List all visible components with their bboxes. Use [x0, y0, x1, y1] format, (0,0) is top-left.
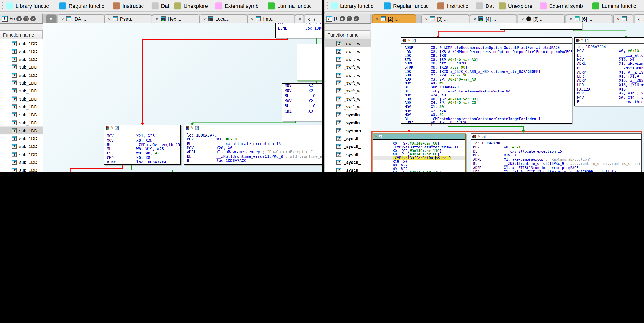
close-icon[interactable]: ✕ — [521, 17, 524, 21]
graph-node-icon[interactable]: ⤨ — [482, 135, 486, 138]
tab-stub[interactable]: ✕ — [46, 14, 57, 23]
maximize-button[interactable]: ▣ — [340, 16, 345, 21]
function-row[interactable]: _swift_w — [325, 95, 371, 103]
graph-node-big-adrp[interactable]: ✎⤨ADRPX8, #_kCMPhotoDecompressionOption_… — [401, 38, 572, 124]
function-row[interactable]: _swift_w — [325, 63, 371, 71]
function-row[interactable]: _sysctl_ — [325, 142, 371, 150]
graph-node-icon[interactable]: ⤨ — [378, 135, 382, 138]
function-row[interactable]: sub_1DD — [0, 103, 43, 111]
close-icon[interactable]: ✕ — [425, 17, 428, 21]
graph-node-green-box[interactable] — [297, 44, 322, 81]
chevron-right-icon[interactable]: › — [314, 16, 315, 22]
color-wheel-icon[interactable] — [576, 38, 580, 42]
close-icon[interactable]: ✕ — [298, 17, 302, 21]
chevron-left-icon[interactable]: ‹ — [638, 16, 640, 22]
function-row[interactable]: sub_1DD — [0, 119, 43, 127]
tab-6i[interactable]: ✕[6] I... — [566, 14, 612, 23]
function-row[interactable]: sub_1DD — [0, 95, 43, 103]
color-wheel-icon[interactable] — [186, 126, 190, 130]
function-row[interactable]: sub_1DD — [0, 79, 43, 87]
graph-node-loc-a7c[interactable]: ✎⤨loc_1DD8A7A7CMOVW0, #0x10BL___cxa_allo… — [184, 125, 322, 165]
function-row[interactable]: sub_1DD — [0, 150, 43, 158]
function-row[interactable]: _swift_w — [325, 103, 371, 111]
function-row[interactable]: sub_1DD — [0, 40, 43, 47]
function-row[interactable]: _swift_w — [325, 79, 371, 87]
edit-pencil-icon[interactable]: ✎ — [374, 135, 377, 138]
chevron-left-icon[interactable]: ‹ — [308, 16, 310, 22]
toolbar-grip[interactable] — [2, 2, 3, 3]
close-icon[interactable]: ✕ — [203, 17, 206, 21]
edit-pencil-icon[interactable]: ✎ — [408, 38, 410, 42]
toolbar-grip[interactable] — [326, 2, 328, 3]
maximize-button[interactable]: ▣ — [17, 16, 22, 21]
function-list[interactable]: _swift_w_swift_w_swift_w_swift_w_swift_w… — [324, 40, 371, 172]
window-divider[interactable] — [322, 0, 324, 172]
edit-pencil-icon[interactable]: ✎ — [581, 38, 584, 42]
tab-2i[interactable]: ✕[2] I... — [372, 14, 416, 23]
tab-scroll-nav[interactable]: ‹› — [634, 14, 644, 23]
tab-3[interactable]: ✕[3] ... — [422, 14, 469, 23]
disassembly-graph[interactable]: CMPX0, W19,UXTWB.NEloc_1DD8A7A7CMOVX2MOV… — [43, 24, 322, 172]
function-row[interactable]: _symlin — [325, 119, 371, 127]
function-row[interactable]: sub_1DD — [0, 142, 43, 150]
tab-imp[interactable]: ✕Imp... — [247, 14, 295, 23]
close-icon[interactable]: ✕ — [250, 17, 254, 21]
function-row[interactable]: _swift_w — [325, 71, 371, 79]
graph-node-ble-top[interactable]: B.LEloc_1DD8A7C54 — [500, 24, 582, 30]
function-row[interactable]: sub_1DD — [0, 47, 43, 55]
close-icon[interactable]: ✕ — [376, 17, 379, 21]
function-row[interactable]: sub_1DD — [0, 63, 43, 71]
tab-ida[interactable]: ✕IDA ... — [58, 14, 104, 23]
function-row[interactable]: sub_1DD — [0, 111, 43, 119]
function-row[interactable]: _sysctl_ — [325, 150, 371, 158]
graph-node-cmp-top[interactable]: CMPX0, W19,UXTWB.NEloc_1DD8A7A7C — [275, 24, 322, 38]
graph-node-cfdata[interactable]: ✎⤨MOVX21, X28MOVX0, X28BL_CFDataGetLengt… — [104, 125, 181, 165]
disassembly-graph[interactable]: B.LEloc_1DD8A7C54✎⤨ADRPX8, #_kCMPhotoDec… — [371, 24, 644, 172]
close-button[interactable]: ✕ — [354, 16, 359, 21]
function-row[interactable]: sub_1DD — [0, 87, 43, 95]
color-wheel-icon[interactable] — [472, 135, 476, 138]
edit-pencil-icon[interactable]: ✎ — [110, 126, 114, 130]
graph-node-loc-c54[interactable]: ✎⤨loc_1DD8A7C54MOVW0, #0x10BL___cxa_allo… — [574, 38, 644, 106]
function-row[interactable]: _swift_w — [325, 40, 371, 47]
edit-pencil-icon[interactable]: ✎ — [190, 126, 194, 130]
function-row[interactable]: sub_1DD — [0, 55, 43, 63]
function-row[interactable]: _swift_w — [325, 55, 371, 63]
close-icon[interactable]: ✕ — [61, 17, 64, 21]
tab-loca[interactable]: ✕Loca... — [200, 14, 247, 23]
graph-node-icon[interactable]: ⤨ — [195, 126, 199, 130]
close-icon[interactable]: ✕ — [49, 17, 53, 21]
function-row[interactable]: _syscon — [325, 127, 371, 134]
float-button[interactable]: ❐ — [24, 16, 29, 21]
graph-node-icon[interactable]: ⤨ — [115, 126, 118, 130]
function-row[interactable]: _sysctl — [325, 134, 371, 142]
tab-hex[interactable]: ✕Hex ... — [152, 14, 200, 23]
tab-scroll-nav[interactable]: ‹› — [305, 14, 322, 23]
tab-pseu[interactable]: ✕Pseu... — [104, 14, 152, 23]
function-row[interactable]: _swift_w — [325, 87, 371, 95]
function-row[interactable]: sub_1DD — [0, 166, 43, 172]
graph-node-loc-c90[interactable]: ✎⤨loc_1DD8A7C90MOVW0, #0x10BL___cxa_allo… — [471, 134, 642, 172]
close-button[interactable]: ✕ — [31, 16, 36, 21]
color-wheel-icon[interactable] — [106, 126, 109, 130]
function-row[interactable]: _sysctl_ — [325, 158, 371, 166]
close-icon[interactable]: ✕ — [155, 17, 159, 21]
close-icon[interactable]: ✕ — [616, 17, 620, 21]
close-icon[interactable]: ✕ — [108, 17, 111, 21]
function-row[interactable]: sub_1DD — [0, 158, 43, 166]
graph-node-icon[interactable]: ⤨ — [585, 38, 589, 42]
tab-partial[interactable]: ✕ — [613, 14, 633, 23]
function-row[interactable]: _sysctl_ — [325, 166, 371, 172]
float-button[interactable]: ❐ — [346, 16, 352, 21]
function-list[interactable]: sub_1DDsub_1DDsub_1DDsub_1DDsub_1DDsub_1… — [0, 40, 43, 172]
tab-5[interactable]: ✕[5] ... — [518, 14, 565, 23]
graph-node-six-rows[interactable]: MOVX2MOVX2BL__CMOVX2BL__CCBZX0 — [282, 84, 322, 122]
function-row[interactable]: sub_1DD — [0, 71, 43, 79]
graph-node-icon[interactable]: ⤨ — [412, 38, 416, 42]
color-wheel-icon[interactable] — [402, 38, 406, 42]
function-row[interactable]: sub_1DD — [0, 127, 43, 134]
close-icon[interactable]: ✕ — [569, 17, 573, 21]
graph-node-teal-cur[interactable]: ✎⤨X0, [SP,#0x140+var_C0]_CVPixelBufferGe… — [372, 134, 466, 172]
function-row[interactable]: sub_1DD — [0, 134, 43, 142]
function-row[interactable]: _swift_w — [325, 47, 371, 55]
